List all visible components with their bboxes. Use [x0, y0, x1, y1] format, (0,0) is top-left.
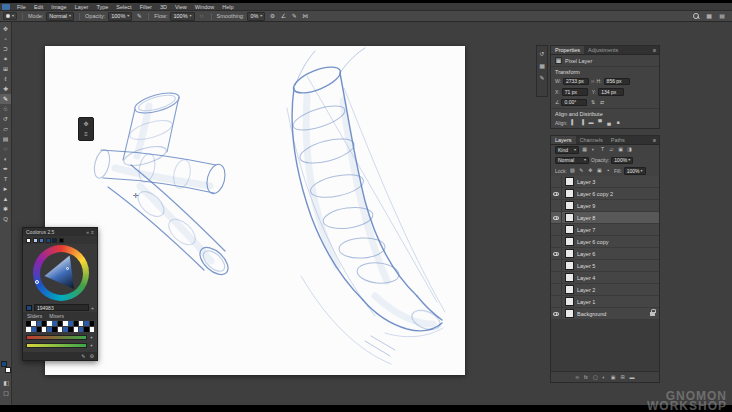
- opacity-select[interactable]: 100% ▾: [108, 12, 132, 21]
- tab-properties[interactable]: Properties: [551, 46, 584, 54]
- layer-row[interactable]: Background: [551, 308, 659, 320]
- layer-row[interactable]: Layer 9: [551, 200, 659, 212]
- filter-adjustment-icon[interactable]: ◐: [590, 146, 597, 153]
- menu-item-view[interactable]: View: [171, 3, 191, 11]
- adjustment-layer-icon[interactable]: ◐: [603, 375, 606, 380]
- collapse-icon[interactable]: «: [86, 230, 89, 235]
- color-swatch[interactable]: [31, 321, 36, 326]
- workspace-layout-icon[interactable]: ▤: [718, 12, 726, 21]
- visibility-toggle[interactable]: [551, 284, 562, 295]
- layer-thumbnail[interactable]: [565, 261, 574, 270]
- add-mixer-button[interactable]: +: [89, 334, 94, 340]
- brush-angle-icon[interactable]: ∠: [279, 12, 287, 21]
- color-swatch[interactable]: [39, 238, 44, 243]
- visibility-toggle[interactable]: [551, 200, 562, 211]
- align-top-icon[interactable]: ▀: [597, 119, 604, 126]
- pen-tool[interactable]: ✒: [0, 164, 11, 174]
- path-selection-tool[interactable]: ►: [0, 184, 11, 194]
- layer-effects-icon[interactable]: fx: [584, 375, 588, 380]
- color-swatch[interactable]: [79, 327, 84, 332]
- panel-menu-icon[interactable]: ≡: [91, 230, 94, 235]
- tab-adjustments[interactable]: Adjustments: [584, 46, 622, 54]
- brush-tool[interactable]: ✎: [0, 94, 11, 104]
- color-swatch[interactable]: [42, 321, 47, 326]
- layer-thumbnail[interactable]: [565, 273, 574, 282]
- filter-toggle-icon[interactable]: ◨: [626, 146, 633, 153]
- shape-tool[interactable]: ▲: [0, 194, 11, 204]
- menu-item-select[interactable]: Select: [112, 3, 135, 11]
- visibility-toggle[interactable]: [551, 212, 562, 223]
- height-field[interactable]: 856 px: [604, 78, 630, 86]
- lasso-tool[interactable]: Ɔ: [0, 44, 11, 54]
- pressure-opacity-icon[interactable]: ✎: [135, 12, 143, 21]
- angle-field[interactable]: 0.00°: [561, 99, 587, 107]
- history-brush-tool[interactable]: ↺: [0, 114, 11, 124]
- layer-row[interactable]: Layer 8: [551, 212, 659, 224]
- flip-vertical-icon[interactable]: ⇅: [589, 99, 596, 106]
- brush-settings-panel-icon[interactable]: ✎: [539, 74, 544, 82]
- width-field[interactable]: 2733 px: [563, 78, 589, 86]
- layer-row[interactable]: Layer 4: [551, 272, 659, 284]
- layer-thumbnail[interactable]: [565, 177, 574, 186]
- color-wheel[interactable]: [33, 245, 89, 301]
- workspace-grid-icon[interactable]: ▦: [705, 12, 713, 21]
- tab-channels[interactable]: Channels: [576, 136, 607, 144]
- pressure-size-icon[interactable]: ✎: [290, 12, 298, 21]
- color-swatch[interactable]: [74, 321, 79, 326]
- color-swatch[interactable]: [46, 238, 51, 243]
- link-layers-icon[interactable]: ∞: [575, 375, 579, 380]
- color-swatch[interactable]: [63, 327, 68, 332]
- color-swatch[interactable]: [68, 321, 73, 326]
- canvas-drawing[interactable]: [45, 46, 465, 375]
- color-swatch[interactable]: [59, 238, 64, 243]
- smoothing-select[interactable]: 0% ▾: [247, 12, 265, 21]
- layer-thumbnail[interactable]: [565, 213, 574, 222]
- visibility-toggle[interactable]: [551, 296, 562, 307]
- visibility-toggle[interactable]: [551, 176, 562, 187]
- layer-row[interactable]: Layer 5: [551, 260, 659, 272]
- canvas-artboard[interactable]: [45, 46, 465, 375]
- visibility-toggle[interactable]: [551, 260, 562, 271]
- gradient-tool[interactable]: ▤: [0, 134, 11, 144]
- delete-layer-icon[interactable]: ▬: [630, 375, 635, 380]
- color-swatch[interactable]: [37, 327, 42, 332]
- layer-row[interactable]: Layer 6 copy 2: [551, 188, 659, 200]
- layer-thumbnail[interactable]: [565, 201, 574, 210]
- panel-menu-icon[interactable]: ≡: [653, 46, 659, 54]
- filter-shape-icon[interactable]: ▱: [608, 146, 615, 153]
- symmetry-icon[interactable]: ⋈: [301, 12, 309, 21]
- blend-mode-select[interactable]: Normal ▾: [555, 157, 589, 165]
- menu-item-image[interactable]: Image: [47, 3, 70, 11]
- visibility-toggle[interactable]: [551, 248, 562, 259]
- x-field[interactable]: 71 px: [562, 88, 588, 96]
- menu-item-3d[interactable]: 3D: [156, 3, 171, 11]
- flip-horizontal-icon[interactable]: ⇄: [598, 99, 605, 106]
- color-swatch[interactable]: [52, 327, 57, 332]
- lock-artboard-icon[interactable]: ▣: [596, 167, 603, 174]
- coolorus-title-bar[interactable]: Coolorus 2.5 « ≡: [23, 228, 97, 236]
- quick-selection-tool[interactable]: ✶: [0, 54, 11, 64]
- layer-thumbnail[interactable]: [565, 249, 574, 258]
- color-swatch[interactable]: [58, 327, 63, 332]
- dodge-tool[interactable]: ◐: [0, 154, 11, 164]
- lock-position-icon[interactable]: ✥: [587, 167, 594, 174]
- tab-sliders[interactable]: Sliders: [27, 313, 42, 319]
- clone-stamp-tool[interactable]: ♧: [0, 104, 11, 114]
- move-hud-icon[interactable]: ✥: [83, 121, 88, 127]
- color-swatch[interactable]: [74, 327, 79, 332]
- search-icon[interactable]: [693, 13, 700, 20]
- airbrush-icon[interactable]: ◌: [198, 12, 206, 21]
- visibility-toggle[interactable]: [551, 236, 562, 247]
- align-right-icon[interactable]: ▬: [588, 119, 595, 126]
- layer-row[interactable]: Layer 1: [551, 296, 659, 308]
- menu-item-file[interactable]: File: [13, 3, 30, 11]
- color-swatch[interactable]: [47, 321, 52, 326]
- background-color[interactable]: [5, 367, 11, 373]
- color-swatch[interactable]: [52, 238, 57, 243]
- crop-tool[interactable]: ⊞: [0, 64, 11, 74]
- settings-gear-icon[interactable]: ⚙: [90, 353, 94, 359]
- healing-brush-tool[interactable]: ✚: [0, 84, 11, 94]
- color-swatch[interactable]: [42, 327, 47, 332]
- mode-select[interactable]: Normal ▾: [46, 12, 74, 21]
- tab-layers[interactable]: Layers: [551, 136, 576, 144]
